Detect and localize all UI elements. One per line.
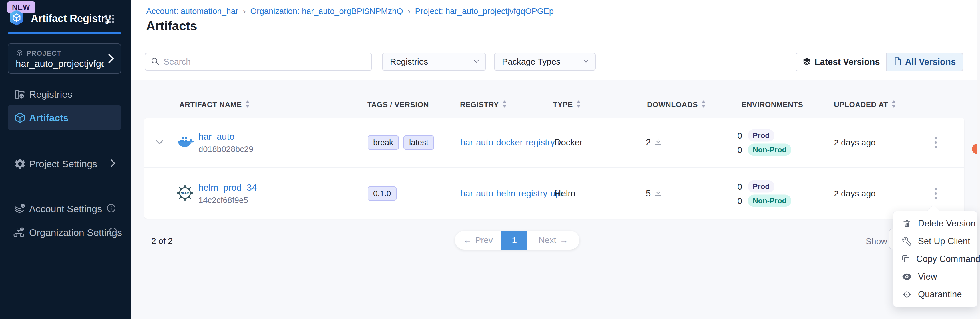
breadcrumb-organization-link[interactable]: Organization: har_auto_orgBPiSNPMzhQ [250, 6, 403, 16]
breadcrumb-account-link[interactable]: Account: automation_har [146, 6, 238, 16]
menu-item-view[interactable]: View [894, 268, 977, 286]
page-header: Account: automation_har › Organization: … [131, 0, 980, 43]
app-title: Artifact Registry [31, 13, 111, 25]
tag-badge: latest [404, 136, 434, 150]
layers-gear-icon [14, 203, 26, 215]
page-number-button[interactable]: 1 [501, 231, 527, 250]
registry-link[interactable]: har-auto-helm-registry-ujn... [460, 188, 570, 198]
all-versions-button[interactable]: All Versions [887, 53, 963, 70]
module-grid-icon[interactable] [104, 13, 115, 26]
type-cell: Helm [555, 188, 575, 199]
chevron-separator-icon: › [243, 6, 246, 16]
docker-icon [177, 135, 194, 151]
column-header-downloads[interactable]: DOWNLOADS [647, 98, 706, 111]
next-page-button[interactable]: Next → [527, 231, 579, 250]
artifact-digest: 14c2cf68f9e5 [199, 196, 257, 205]
row-menu-button[interactable] [929, 185, 943, 202]
toolbar: Registries Package Types Latest Versions [131, 44, 980, 80]
project-label: PROJECT [27, 50, 62, 57]
pagination: ← Prev 1 Next → [455, 231, 579, 250]
prod-badge: Prod [748, 129, 775, 142]
menu-item-copy-command[interactable]: Copy Command [894, 250, 977, 268]
sort-arrows-icon [502, 100, 507, 109]
table-row: har_auto d018b028bc29 break latest har-a… [144, 118, 964, 167]
helm-icon: HELM [176, 184, 194, 203]
project-selector[interactable]: PROJECT har_auto_projectjvfgq... [8, 43, 121, 74]
prev-page-button[interactable]: ← Prev [455, 231, 501, 250]
sidebar-item-organization-settings[interactable]: Organization Settings [0, 223, 131, 242]
arrow-right-icon: → [560, 235, 568, 245]
column-header-tags-version: TAGS / VERSION [367, 98, 429, 111]
downloads-cell: 2 [646, 137, 662, 148]
copy-icon [902, 254, 911, 263]
show-per-page-label: Show [866, 236, 887, 246]
search-input-wrap [145, 53, 372, 70]
sidebar-item-registries[interactable]: Registries [0, 85, 131, 104]
trash-icon [902, 219, 912, 228]
arrow-left-icon: ← [463, 235, 472, 245]
latest-versions-button[interactable]: Latest Versions [796, 53, 887, 70]
svg-text:HELM: HELM [181, 191, 189, 195]
sidebar: NEW Artifact Registry PROJ [0, 0, 131, 319]
project-name: har_auto_projectjvfgq... [16, 58, 104, 69]
prod-badge: Prod [748, 180, 775, 193]
tags-cell: break latest [368, 136, 434, 150]
nonprod-badge: Non-Prod [748, 195, 791, 207]
tags-cell: 0.1.0 [368, 187, 397, 201]
table-row: HELM helm_prod_34 14c2cf68f9e5 0.1.0 har… [144, 168, 964, 219]
version-badge: 0.1.0 [368, 187, 397, 201]
sidebar-divider [8, 142, 121, 142]
sidebar-item-label: Account Settings [29, 203, 102, 214]
chevron-down-icon [473, 58, 480, 66]
column-header-artifact-name[interactable]: ARTIFACT NAME [179, 98, 250, 111]
row-expander[interactable] [154, 137, 165, 148]
artifact-name-cell: helm_prod_34 14c2cf68f9e5 [199, 182, 257, 205]
download-icon [654, 189, 662, 198]
artifacts-cube-icon [14, 112, 26, 124]
package-types-filter-dropdown[interactable]: Package Types [494, 53, 596, 70]
nonprod-badge: Non-Prod [748, 144, 791, 156]
menu-item-delete-version[interactable]: Delete Version [894, 215, 977, 232]
registries-filter-label: Registries [390, 57, 428, 67]
registry-cell: har-auto-docker-registry-r... [460, 137, 568, 148]
registry-link[interactable]: har-auto-docker-registry-r... [460, 137, 568, 147]
artifact-name-cell: har_auto d018b028bc29 [199, 131, 253, 154]
column-header-registry[interactable]: REGISTRY [460, 98, 507, 111]
column-header-uploaded-at[interactable]: UPLOADED AT [834, 98, 896, 111]
info-icon[interactable] [108, 227, 118, 238]
tag-badge: break [368, 136, 399, 150]
artifacts-table: har_auto d018b028bc29 break latest har-a… [144, 118, 964, 219]
quarantine-icon [902, 290, 912, 299]
registries-filter-dropdown[interactable]: Registries [382, 53, 486, 70]
search-icon [151, 57, 160, 67]
sidebar-item-label: Registries [29, 89, 72, 100]
column-header-type[interactable]: TYPE [553, 98, 581, 111]
sidebar-item-account-settings[interactable]: Account Settings [0, 199, 131, 218]
cube-icon [16, 49, 23, 58]
sidebar-item-label: Artifacts [29, 112, 68, 123]
sidebar-item-project-settings[interactable]: Project Settings [0, 155, 131, 173]
chevron-right-icon [109, 159, 116, 169]
uploaded-at-cell: 2 days ago [834, 138, 876, 147]
sidebar-item-label: Project Settings [29, 158, 97, 169]
menu-item-set-up-client[interactable]: Set Up Client [894, 232, 977, 250]
latest-versions-label: Latest Versions [815, 57, 880, 67]
download-icon [654, 138, 662, 147]
menu-item-quarantine[interactable]: Quarantine [894, 286, 977, 303]
type-cell: Docker [555, 137, 582, 148]
org-gear-icon [13, 226, 25, 239]
search-input[interactable] [164, 57, 366, 67]
sidebar-item-artifacts[interactable]: Artifacts [8, 105, 121, 130]
versions-toggle: Latest Versions All Versions [795, 53, 963, 71]
downloads-cell: 5 [646, 188, 662, 199]
column-header-environments: ENVIRONMENTS [741, 98, 803, 111]
info-icon[interactable] [106, 203, 116, 214]
breadcrumb-project-link[interactable]: Project: har_auto_projectjvfgqOPGEp [415, 6, 554, 16]
artifact-name-link[interactable]: helm_prod_34 [199, 182, 257, 193]
artifact-registry-logo-icon [8, 9, 25, 28]
eye-icon [902, 273, 912, 281]
environments-cell: 0 Prod 0 Non-Prod [735, 179, 791, 209]
artifact-name-link[interactable]: har_auto [199, 131, 253, 142]
row-menu-button[interactable] [929, 134, 943, 151]
document-icon [894, 57, 902, 67]
